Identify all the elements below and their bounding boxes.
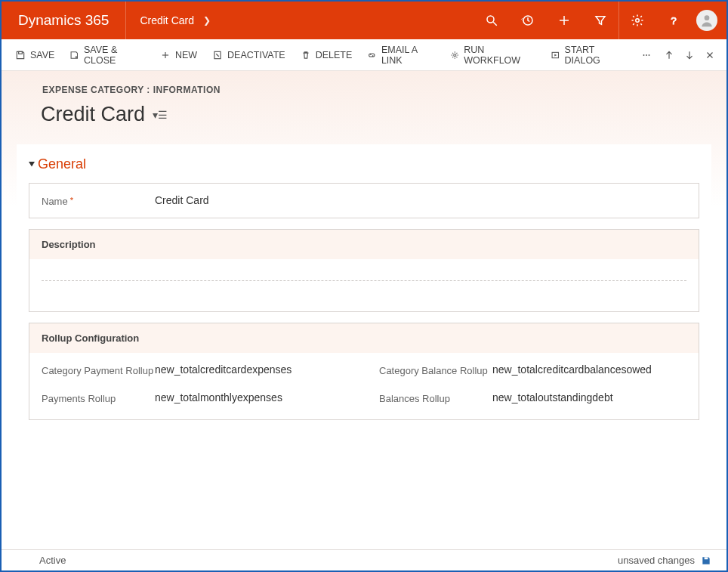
record-status: Active xyxy=(39,555,66,566)
help-icon[interactable]: ? xyxy=(656,2,692,39)
prev-record-button[interactable] xyxy=(659,44,680,66)
section-general-header[interactable]: General xyxy=(29,156,699,172)
svg-point-17 xyxy=(646,54,647,56)
record-title: Credit Card ▾☰ xyxy=(17,103,711,126)
svg-line-1 xyxy=(493,22,497,26)
global-nav: Dynamics 365 Credit Card ❯ ? xyxy=(2,2,726,39)
save-status-text: unsaved changes xyxy=(618,555,695,566)
start-dialog-button[interactable]: START DIALOG xyxy=(543,40,634,70)
breadcrumb[interactable]: Credit Card ❯ xyxy=(126,2,224,39)
save-status-icon[interactable] xyxy=(701,555,711,566)
form-type-label: EXPENSE CATEGORY : INFORMATION xyxy=(17,85,711,95)
svg-rect-22 xyxy=(705,557,708,559)
svg-line-12 xyxy=(216,54,219,57)
command-bar: SAVE SAVE & CLOSE NEW DEACTIVATE DELETE … xyxy=(2,39,726,71)
svg-rect-8 xyxy=(19,51,23,54)
user-avatar[interactable] xyxy=(696,10,717,31)
svg-point-13 xyxy=(453,54,455,56)
filter-icon[interactable] xyxy=(582,2,618,39)
new-icon[interactable] xyxy=(546,2,582,39)
balances-rollup-field[interactable]: new_totaloutstandingdebt xyxy=(492,391,686,403)
description-body xyxy=(29,259,699,312)
form-area: EXPENSE CATEGORY : INFORMATION Credit Ca… xyxy=(2,71,726,549)
svg-point-18 xyxy=(648,54,649,56)
brand-label[interactable]: Dynamics 365 xyxy=(2,2,126,39)
category-balance-rollup-label: Category Balance Rollup xyxy=(379,363,492,376)
breadcrumb-label: Credit Card xyxy=(140,14,194,26)
svg-point-7 xyxy=(705,15,710,20)
svg-point-5 xyxy=(636,19,640,23)
rollup-body: Category Payment Rollup new_totalcreditc… xyxy=(29,353,699,420)
payments-rollup-field[interactable]: new_totalmonthlyexpenses xyxy=(155,391,349,403)
balances-rollup-label: Balances Rollup xyxy=(379,391,492,404)
collapse-icon xyxy=(29,162,35,168)
svg-point-16 xyxy=(643,54,644,56)
delete-button[interactable]: DELETE xyxy=(293,45,360,65)
rollup-header: Rollup Configuration xyxy=(29,323,699,353)
name-field[interactable]: Credit Card xyxy=(155,194,686,206)
category-payment-rollup-label: Category Payment Rollup xyxy=(42,363,155,376)
payments-rollup-label: Payments Rollup xyxy=(42,391,155,404)
save-close-button[interactable]: SAVE & CLOSE xyxy=(62,40,152,70)
svg-marker-15 xyxy=(554,54,557,56)
description-header: Description xyxy=(29,229,699,259)
next-record-button[interactable] xyxy=(680,44,700,66)
new-button[interactable]: NEW xyxy=(153,45,205,65)
name-field-container: Name * Credit Card xyxy=(29,183,699,218)
form-selector-icon[interactable]: ▾☰ xyxy=(153,109,168,121)
svg-marker-21 xyxy=(29,162,35,166)
deactivate-button[interactable]: DEACTIVATE xyxy=(205,45,293,65)
name-label: Name * xyxy=(42,194,155,207)
category-payment-rollup-field[interactable]: new_totalcreditcardexpenses xyxy=(155,363,349,376)
run-workflow-button[interactable]: RUN WORKFLOW xyxy=(443,40,543,70)
status-bar: Active unsaved changes xyxy=(2,549,726,570)
more-commands-button[interactable] xyxy=(634,45,659,65)
settings-icon[interactable] xyxy=(619,2,656,39)
record-title-text: Credit Card xyxy=(41,103,145,126)
recent-icon[interactable] xyxy=(510,2,546,39)
svg-point-0 xyxy=(487,16,494,23)
save-button[interactable]: SAVE xyxy=(8,45,62,65)
email-link-button[interactable]: EMAIL A LINK xyxy=(359,40,442,70)
description-field[interactable] xyxy=(42,270,686,276)
category-balance-rollup-field[interactable]: new_totalcreditcardbalancesowed xyxy=(492,363,686,376)
chevron-right-icon: ❯ xyxy=(203,15,211,26)
close-form-button[interactable] xyxy=(700,44,720,66)
search-icon[interactable] xyxy=(474,2,510,39)
section-general-title: General xyxy=(38,156,86,172)
svg-text:?: ? xyxy=(671,15,677,26)
